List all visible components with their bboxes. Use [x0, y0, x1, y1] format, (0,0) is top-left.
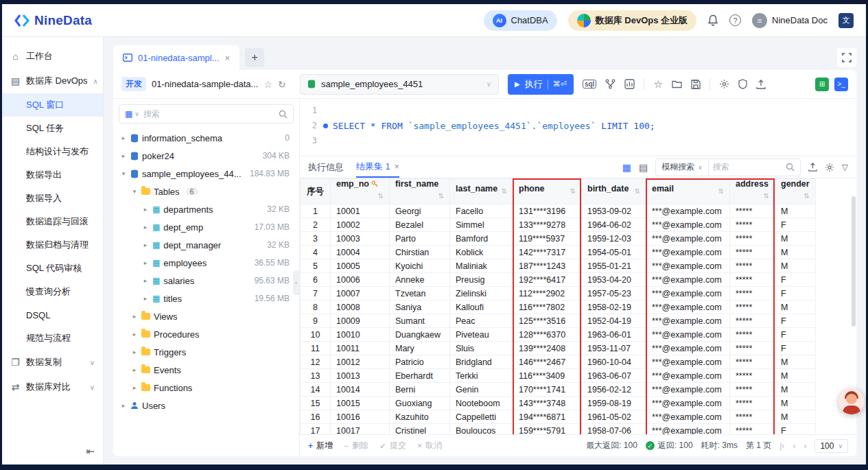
sidebar-item-dsql[interactable]: DSQL — [2, 303, 103, 327]
table-cell[interactable]: 119****5937 — [513, 232, 582, 246]
tree-node-information_schema[interactable]: ▸information_schema0 — [117, 129, 295, 147]
format-sql-icon[interactable]: sql — [583, 80, 596, 89]
table-cell[interactable]: ***@example.com — [646, 355, 730, 369]
table-row[interactable]: 610006AnnekePreusig192****64171953-04-20… — [301, 273, 816, 287]
table-cell[interactable]: 192****6417 — [513, 273, 582, 287]
table-cell[interactable]: Simmel — [450, 218, 513, 232]
table-cell[interactable]: Guoxiang — [390, 397, 450, 410]
database-selector[interactable]: sample_employees_4451 ∨ — [300, 74, 499, 95]
next-page-icon[interactable]: › — [804, 441, 806, 451]
run-button[interactable]: ▶ 执行 ⌘⏎ — [508, 74, 574, 95]
collapse-sidebar-icon[interactable]: ⇤ — [86, 445, 95, 458]
table-cell[interactable]: ***@example.com — [646, 369, 730, 383]
sort-icon[interactable]: ⇅ — [570, 184, 576, 199]
table-cell[interactable]: ***@example.com — [646, 424, 730, 435]
table-cell[interactable]: M — [775, 383, 816, 397]
table-cell[interactable]: ***@example.com — [646, 397, 730, 410]
nav-devops-section[interactable]: ▤ 数据库 DevOps ∧ — [2, 69, 103, 93]
caret-collapsed-icon[interactable]: ▸ — [120, 152, 127, 159]
tree-search-input[interactable]: 搜索 — [143, 108, 274, 120]
table-cell[interactable]: M — [775, 301, 816, 314]
table-cell[interactable]: Cristinel — [390, 424, 450, 435]
language-icon[interactable]: 文 — [838, 13, 854, 28]
table-row[interactable]: 310003PartoBamford119****59371959-12-03*… — [301, 232, 816, 246]
caret-collapsed-icon[interactable]: ▸ — [142, 259, 149, 266]
table-cell[interactable]: M — [775, 369, 816, 383]
devops-edition-button[interactable]: 数据库 DevOps 企业版 — [568, 10, 696, 31]
table-cell[interactable]: 6 — [301, 273, 331, 287]
collapse-tree-handle[interactable]: ‹ — [293, 270, 299, 295]
table-cell[interactable]: Sluis — [450, 342, 513, 355]
results-settings-icon[interactable] — [825, 163, 834, 172]
table-cell[interactable]: Zielinski — [450, 287, 513, 301]
ninedata-logo[interactable]: NineData — [14, 13, 92, 28]
sidebar-item-sql-任务[interactable]: SQL 任务 — [2, 117, 103, 140]
table-row[interactable]: 1410014BerniGenin170****17411956-02-12**… — [301, 383, 816, 397]
table-cell[interactable]: Peac — [450, 314, 513, 328]
sidebar-item-sql-代码审核[interactable]: SQL 代码审核 — [2, 257, 103, 280]
table-cell[interactable]: Bouloucos — [450, 424, 513, 435]
terminal-icon[interactable]: >_ — [834, 78, 848, 91]
table-cell[interactable]: 143****3748 — [513, 397, 582, 410]
column-header-birth_date[interactable]: birth_date⇅ — [582, 179, 646, 204]
table-cell[interactable]: ***** — [730, 218, 775, 232]
column-header-gender[interactable]: gender⇅ — [775, 179, 816, 204]
tree-node-sample_employees_44-[interactable]: ▾sample_employees_44...184.83 MB — [117, 165, 295, 183]
table-cell[interactable]: 10017 — [331, 424, 390, 435]
table-cell[interactable]: ***@example.com — [646, 410, 730, 424]
results-scrollbar[interactable] — [852, 196, 856, 327]
table-cell[interactable]: ***** — [730, 259, 775, 273]
table-row[interactable]: 1610016KazuhitoCappelletti194****6871196… — [301, 410, 816, 424]
table-cell[interactable]: ***** — [730, 410, 775, 424]
table-cell[interactable]: 10008 — [331, 301, 390, 314]
nav-workbench[interactable]: ⌂ 工作台 — [2, 44, 103, 69]
table-cell[interactable]: Piveteau — [450, 328, 513, 342]
notification-bell-icon[interactable] — [707, 14, 718, 26]
table-cell[interactable]: Maliniak — [450, 259, 513, 273]
tree-node-titles[interactable]: ▸▦titles19.56 MB — [117, 290, 295, 307]
table-cell[interactable]: 170****1741 — [513, 383, 582, 397]
sort-icon[interactable]: ⇅ — [378, 189, 384, 204]
table-cell[interactable]: ***@example.com — [646, 314, 730, 328]
table-cell[interactable]: M — [775, 410, 816, 424]
help-icon[interactable]: ? — [729, 14, 741, 26]
table-cell[interactable]: Kalloufi — [450, 301, 513, 314]
table-cell[interactable]: 14 — [301, 383, 331, 397]
table-cell[interactable]: M — [775, 397, 816, 410]
grid-view-icon[interactable]: ▦ — [622, 162, 631, 173]
table-cell[interactable]: 159****5791 — [513, 424, 582, 435]
table-cell[interactable]: 116****3409 — [513, 369, 582, 383]
caret-collapsed-icon[interactable]: ▸ — [120, 402, 127, 409]
favorite-icon[interactable]: ☆ — [653, 78, 662, 91]
visualize-icon[interactable] — [624, 79, 635, 89]
table-cell[interactable]: 1963-06-01 — [582, 328, 646, 342]
column-header-address[interactable]: address⇅ — [730, 179, 775, 204]
search-icon[interactable] — [780, 159, 800, 176]
table-cell[interactable]: ***** — [730, 397, 775, 410]
table-cell[interactable]: ***@example.com — [646, 218, 730, 232]
table-cell[interactable]: F — [775, 328, 816, 342]
tree-node-salaries[interactable]: ▸▦salaries95.63 MB — [117, 272, 295, 290]
table-cell[interactable]: 4 — [301, 246, 331, 259]
sidebar-item-数据导入[interactable]: 数据导入 — [2, 187, 103, 210]
table-cell[interactable]: ***@example.com — [646, 246, 730, 259]
table-row[interactable]: 1710017CristinelBouloucos159****57911958… — [301, 424, 816, 435]
tree-node-tables[interactable]: ▾Tables6 — [117, 183, 295, 200]
table-cell[interactable]: 10003 — [331, 232, 390, 246]
sidebar-item-慢查询分析[interactable]: 慢查询分析 — [2, 280, 103, 303]
tree-filter-icon[interactable]: ▦∨ — [125, 109, 139, 119]
table-cell[interactable]: 10009 — [331, 314, 390, 328]
table-cell[interactable]: 142****7317 — [513, 246, 582, 259]
sort-icon[interactable]: ⇅ — [635, 184, 640, 199]
table-row[interactable]: 210002BezalelSimmel133****92781964-06-02… — [301, 218, 816, 232]
table-cell[interactable]: Facello — [450, 204, 513, 218]
table-cell[interactable]: ***@example.com — [646, 259, 730, 273]
table-cell[interactable]: F — [775, 342, 816, 355]
table-cell[interactable]: 128****6370 — [513, 328, 582, 342]
tree-search[interactable]: ▦∨ 搜索 — [119, 104, 294, 124]
table-cell[interactable]: 15 — [301, 397, 331, 410]
table-cell[interactable]: 1955-01-21 — [582, 259, 646, 273]
table-cell[interactable]: ***@example.com — [646, 328, 730, 342]
table-cell[interactable]: ***@example.com — [646, 383, 730, 397]
tree-node-dept_manager[interactable]: ▸▦dept_manager32 KB — [117, 236, 295, 254]
